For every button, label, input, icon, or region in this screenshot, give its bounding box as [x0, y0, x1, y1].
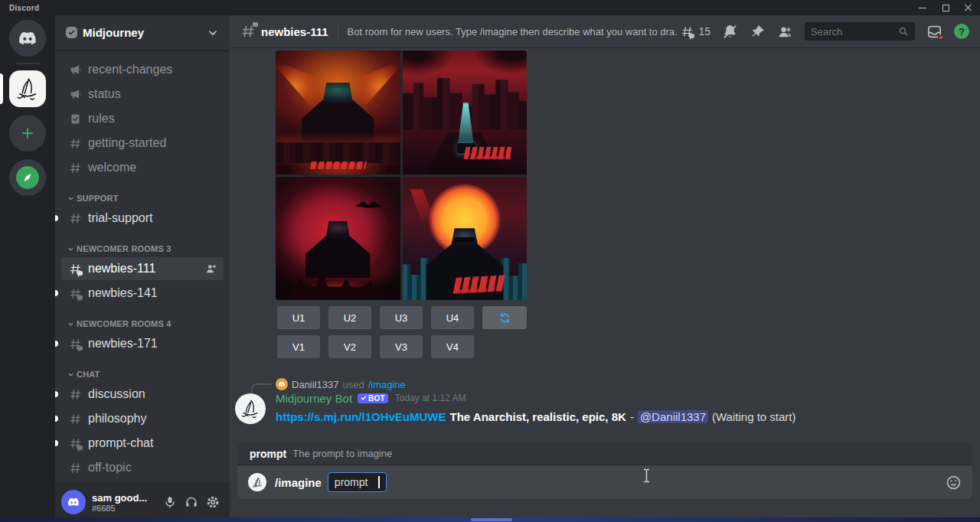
bot-name[interactable]: Midjourney Bot — [276, 392, 352, 405]
sidebar-item-status[interactable]: status — [61, 83, 224, 106]
upscale-button-u3[interactable]: U3 — [380, 306, 423, 329]
generated-image-3[interactable] — [276, 177, 400, 301]
close-icon — [965, 4, 972, 11]
sidebar-item-getting-started[interactable]: getting-started — [61, 132, 224, 155]
emoji-picker-button[interactable] — [946, 475, 962, 491]
hash-chat-icon — [67, 338, 83, 351]
channel-topic[interactable]: Bot room for new users. Type /imagine th… — [348, 26, 678, 38]
sidebar-item-newbies-171[interactable]: newbies-171 — [61, 332, 224, 355]
check-icon — [361, 395, 367, 401]
close-button[interactable] — [957, 0, 980, 15]
sidebar-item-trial-support[interactable]: trial-support — [61, 207, 224, 230]
home-button[interactable] — [9, 20, 46, 57]
server-rail — [0, 15, 55, 522]
channel-list: recent-changes status rules getting-star… — [55, 51, 230, 482]
discriminator: #6685 — [92, 504, 159, 513]
threads-button[interactable]: 15 — [679, 25, 710, 38]
sidebar-item-prompt-chat[interactable]: prompt-chat — [61, 432, 224, 455]
reply-username[interactable]: Daniil1337 — [292, 379, 338, 390]
sidebar-item-philosophy[interactable]: philosophy — [61, 407, 224, 430]
section-newcomer-rooms-4[interactable]: NEWCOMER ROOMS 4 — [61, 315, 224, 332]
server-name: Midjourney — [83, 26, 207, 39]
sidebar-item-recent-changes[interactable]: recent-changes — [61, 58, 224, 81]
headphones-icon — [185, 495, 198, 509]
variation-button-v1[interactable]: V1 — [277, 335, 320, 358]
channel-label: newbies-141 — [88, 286, 158, 300]
server-header[interactable]: Midjourney — [55, 15, 230, 51]
bot-badge: BOT — [358, 393, 388, 403]
upscale-button-u1[interactable]: U1 — [277, 306, 320, 329]
rules-icon — [67, 113, 83, 126]
reply-command[interactable]: /imagine — [368, 379, 406, 390]
plus-icon — [20, 126, 35, 141]
message-input-bar[interactable]: /imagine prompt — [237, 465, 972, 499]
avatar — [276, 378, 288, 390]
maximize-button[interactable] — [934, 0, 957, 15]
reroll-button[interactable] — [482, 306, 527, 329]
user-info[interactable]: sam good... #6685 — [92, 492, 159, 513]
notification-dot — [938, 34, 944, 41]
variation-button-v2[interactable]: V2 — [328, 335, 371, 358]
channel-label: welcome — [88, 161, 136, 175]
section-newcomer-rooms-3[interactable]: NEWCOMER ROOMS 3 — [61, 240, 224, 257]
option-description: The prompt to imagine — [292, 448, 392, 459]
channel-sidebar: Midjourney recent-changes status rules g… — [55, 15, 230, 522]
chevron-down-icon — [67, 195, 74, 202]
bot-avatar[interactable] — [235, 393, 266, 424]
minimize-button[interactable] — [911, 0, 934, 15]
section-label: SUPPORT — [77, 194, 119, 203]
sidebar-item-off-topic[interactable]: off-topic — [61, 456, 224, 479]
notification-settings-button[interactable] — [722, 24, 738, 40]
sidebar-item-newbies-141[interactable]: newbies-141 — [61, 282, 224, 305]
variation-button-v4[interactable]: V4 — [431, 335, 474, 358]
variation-button-v3[interactable]: V3 — [380, 335, 423, 358]
generated-image-4[interactable] — [403, 177, 528, 301]
avatar[interactable] — [61, 490, 86, 514]
smiley-icon — [946, 475, 962, 491]
window-titlebar: Discord — [0, 0, 980, 15]
unread-indicator — [55, 215, 58, 221]
deafen-button[interactable] — [181, 491, 202, 513]
sidebar-item-welcome[interactable]: welcome — [61, 156, 224, 179]
section-support[interactable]: SUPPORT — [61, 190, 224, 207]
prompt-option-field[interactable]: prompt — [328, 472, 387, 492]
channel-label: newbies-171 — [88, 337, 158, 351]
pin-icon — [750, 24, 766, 40]
hash-icon — [67, 462, 83, 475]
user-mention[interactable]: @Daniil1337 — [638, 410, 708, 423]
chevron-down-icon — [67, 371, 74, 378]
job-status: (Waiting to start) — [712, 410, 795, 423]
unread-indicator — [55, 440, 58, 446]
app-title: Discord — [9, 4, 39, 12]
gear-icon — [206, 495, 220, 509]
slash-command-option-hint: prompt The prompt to imagine — [237, 442, 972, 465]
search-input[interactable] — [811, 26, 898, 38]
server-icon-midjourney[interactable] — [9, 70, 46, 107]
threads-icon — [679, 25, 694, 38]
inbox-button[interactable] — [926, 24, 942, 40]
pinned-messages-button[interactable] — [750, 24, 766, 40]
sidebar-item-discussion[interactable]: discussion — [61, 383, 224, 406]
prompt-text: The Anarchist, realistic, epic, 8K — [450, 410, 626, 423]
user-settings-button[interactable] — [202, 491, 224, 513]
member-list-button[interactable] — [777, 24, 793, 40]
create-invite-icon[interactable] — [205, 263, 217, 275]
job-link[interactable]: https://s.mj.run/l1OHvEuMUWE — [276, 410, 446, 423]
help-button[interactable]: ? — [954, 24, 969, 39]
channel-name: newbies-111 — [261, 25, 328, 38]
sidebar-item-newbies-111[interactable]: newbies-111 — [61, 257, 224, 280]
image-grid[interactable] — [276, 51, 527, 300]
taskbar-thumb — [471, 518, 512, 521]
explore-servers-button[interactable] — [9, 159, 46, 196]
sidebar-item-rules[interactable]: rules — [61, 107, 224, 130]
announcement-icon — [67, 64, 83, 77]
upscale-button-u4[interactable]: U4 — [431, 306, 474, 329]
upscale-button-u2[interactable]: U2 — [328, 306, 371, 329]
generated-image-1[interactable] — [276, 51, 400, 175]
generated-image-2[interactable] — [403, 51, 528, 175]
mute-mic-button[interactable] — [159, 491, 181, 513]
hash-icon — [67, 137, 83, 150]
section-chat[interactable]: CHAT — [61, 366, 224, 383]
add-server-button[interactable] — [9, 115, 46, 152]
command-reply-context[interactable]: Daniil1337 used /imagine — [276, 377, 406, 391]
